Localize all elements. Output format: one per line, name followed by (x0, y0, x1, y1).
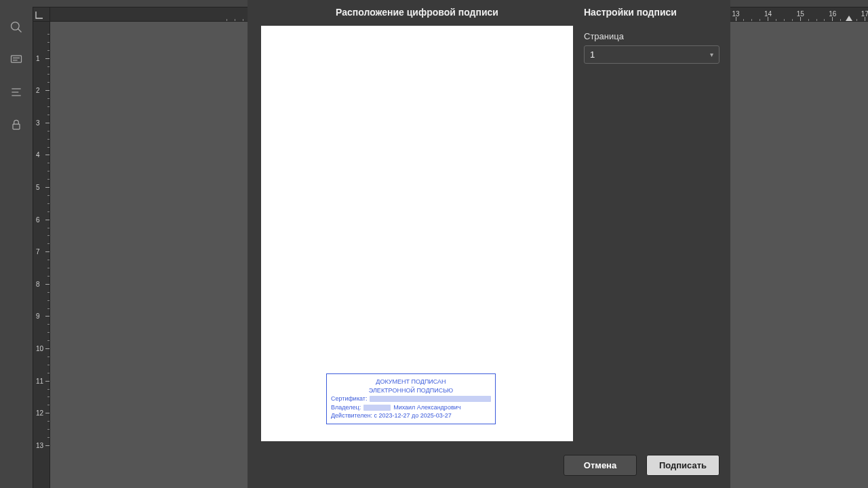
left-toolbar (0, 0, 33, 488)
sign-button[interactable]: Подписать (646, 455, 719, 476)
signature-stamp[interactable]: ДОКУМЕНТ ПОДПИСАН ЭЛЕКТРОННОЙ ПОДПИСЬЮ С… (326, 373, 496, 424)
owner-name: Михаил Александрович (393, 403, 460, 412)
svg-rect-8 (13, 124, 20, 129)
ruler-corner (33, 7, 50, 22)
owner-redacted (363, 405, 391, 411)
valid-label: Действителен: c 2023-12-27 до 2025-03-27 (331, 411, 491, 420)
svg-rect-2 (12, 56, 22, 62)
chevron-down-icon: ▾ (710, 51, 713, 58)
comment-icon[interactable] (9, 53, 23, 66)
page-select-value: 1 (590, 49, 595, 60)
cert-label: Сертификат: (331, 394, 367, 403)
signature-dialog: Расположение цифровой подписи ДОКУМЕНТ П… (248, 0, 730, 488)
sig-line2: ЭЛЕКТРОННОЙ ПОДПИСЬЮ (331, 386, 491, 395)
sig-line1: ДОКУМЕНТ ПОДПИСАН (331, 378, 491, 386)
search-icon[interactable] (9, 20, 23, 34)
svg-point-0 (12, 22, 20, 30)
page-select[interactable]: 1 ▾ (584, 45, 719, 64)
owner-label: Владелец: (331, 403, 361, 412)
ruler-marker-icon (846, 16, 852, 21)
page-label: Страница (584, 31, 719, 41)
cert-value-redacted (370, 396, 491, 402)
lock-icon[interactable] (9, 118, 23, 131)
dialog-left-title: Расположение цифровой подписи (261, 7, 573, 18)
left-ruler: 12345678910111213 (33, 22, 50, 488)
page-preview[interactable]: ДОКУМЕНТ ПОДПИСАН ЭЛЕКТРОННОЙ ПОДПИСЬЮ С… (261, 26, 573, 441)
svg-line-1 (18, 29, 22, 33)
cancel-button[interactable]: Отмена (564, 455, 637, 476)
dialog-right-title: Настройки подписи (584, 7, 719, 18)
headings-icon[interactable] (9, 85, 23, 99)
